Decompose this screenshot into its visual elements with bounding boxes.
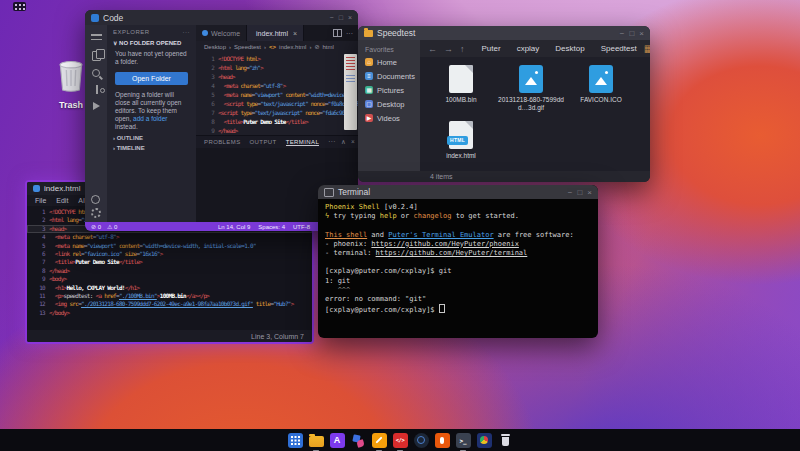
dock-icon-trash[interactable] bbox=[497, 432, 513, 448]
panel-tab-problems[interactable]: PROBLEMS bbox=[204, 139, 241, 146]
dock-icon-recorder[interactable] bbox=[434, 432, 450, 448]
search-icon[interactable] bbox=[92, 69, 100, 77]
file-item[interactable]: 100MB.bin bbox=[428, 63, 494, 119]
minimize-button[interactable]: − bbox=[620, 29, 625, 38]
account-icon[interactable] bbox=[91, 195, 100, 204]
terminal-line bbox=[325, 221, 591, 230]
sidebar-item-home[interactable]: ⌂Home bbox=[358, 55, 420, 69]
terminal-output[interactable]: Phoenix Shell [v0.2.4]ϟ try typing help … bbox=[318, 199, 598, 338]
warning-count[interactable]: ⚠ 0 bbox=[107, 223, 117, 230]
path-item[interactable]: Desktop bbox=[555, 44, 584, 53]
files-toolbar: ← → ↑ PutercxplayDesktopSpeedtest ▦ bbox=[420, 40, 650, 57]
close-button[interactable]: × bbox=[587, 188, 592, 197]
file-icon: HTML bbox=[449, 121, 473, 149]
menu-icon[interactable] bbox=[91, 34, 102, 43]
terminal-window[interactable]: Terminal − □ × Phoenix Shell [v0.2.4]ϟ t… bbox=[318, 185, 598, 338]
up-icon[interactable]: ↑ bbox=[460, 44, 465, 54]
explorer-section-header[interactable]: ∨ NO FOLDER OPENED bbox=[107, 37, 196, 48]
dock-icon-dev-center[interactable] bbox=[350, 432, 366, 448]
minimap[interactable] bbox=[344, 54, 357, 130]
file-type-icon: <> bbox=[269, 44, 276, 50]
path-breadcrumb: PutercxplayDesktopSpeedtest bbox=[482, 44, 637, 53]
source-control-icon[interactable] bbox=[96, 85, 98, 94]
panel-close-icon[interactable]: × bbox=[351, 138, 355, 146]
maximize-button[interactable]: □ bbox=[629, 29, 634, 38]
speedtest-icon bbox=[477, 433, 492, 448]
vscode-code-area[interactable]: 1<!DOCTYPE html>2<html lang="zh">3<head>… bbox=[196, 52, 358, 135]
dock-icon-code[interactable]: </> bbox=[392, 432, 408, 448]
menu-item-file[interactable]: File bbox=[35, 197, 46, 204]
explorer-icon[interactable] bbox=[92, 51, 101, 61]
breadcrumb-item[interactable]: index.html bbox=[279, 44, 306, 50]
code-line: 8</head> bbox=[27, 267, 312, 275]
terminal-titlebar[interactable]: Terminal − □ × bbox=[318, 185, 598, 199]
chevron-down-icon: ∨ bbox=[113, 40, 117, 46]
split-editor-icon[interactable] bbox=[333, 29, 342, 37]
outline-section[interactable]: › OUTLINE bbox=[107, 133, 196, 143]
terminal-line bbox=[325, 258, 591, 267]
close-button[interactable]: × bbox=[639, 29, 644, 38]
status-item[interactable]: UTF-8 bbox=[293, 224, 310, 230]
dock-icon-app-center[interactable]: A bbox=[329, 432, 345, 448]
breadcrumb-item[interactable]: html bbox=[322, 44, 333, 50]
dock-icon-camera[interactable] bbox=[413, 432, 429, 448]
files-titlebar[interactable]: Speedtest − □ × bbox=[358, 26, 650, 40]
more-actions-icon[interactable]: ··· bbox=[183, 29, 191, 35]
dock-icon-app-launcher[interactable] bbox=[287, 432, 303, 448]
timeline-section[interactable]: › TIMELINE bbox=[107, 143, 196, 153]
code-line: 7 <title>Puter Demo Site</title> bbox=[27, 258, 312, 266]
close-button[interactable]: × bbox=[348, 14, 352, 21]
code-line: 3<head> bbox=[196, 72, 358, 81]
status-item[interactable]: Ln 14, Col 9 bbox=[218, 224, 250, 230]
open-folder-button[interactable]: Open Folder bbox=[115, 72, 188, 85]
file-item[interactable]: 20131218-680-7599ddd…3d.gif bbox=[498, 63, 564, 119]
sidebar-item-pictures[interactable]: ▦Pictures bbox=[358, 83, 420, 97]
file-manager-window[interactable]: Speedtest − □ × Favorites ⌂Home≡Document… bbox=[358, 26, 650, 182]
breadcrumb-item[interactable]: Desktop bbox=[204, 44, 226, 50]
vscode-titlebar[interactable]: Code − □ × bbox=[85, 10, 358, 25]
panel-tab-output[interactable]: OUTPUT bbox=[250, 139, 277, 146]
documents-icon: ≡ bbox=[365, 72, 373, 80]
files-statusbar: 4 items bbox=[358, 171, 650, 182]
path-item[interactable]: cxplay bbox=[517, 44, 540, 53]
grid-view-icon[interactable]: ▦ bbox=[644, 43, 650, 54]
add-folder-link[interactable]: add a folder bbox=[133, 115, 167, 122]
menu-item-ai[interactable]: AI bbox=[78, 197, 85, 204]
more-actions-icon[interactable]: ··· bbox=[346, 30, 353, 37]
chevron-right-icon: › bbox=[113, 135, 115, 141]
tab-close-icon[interactable]: × bbox=[293, 30, 297, 37]
dock-icon-terminal[interactable]: >_ bbox=[455, 432, 471, 448]
terminal-cursor bbox=[439, 304, 445, 313]
dock-icon-files[interactable] bbox=[308, 432, 324, 448]
sidebar-item-desktop[interactable]: ▢Desktop bbox=[358, 97, 420, 111]
maximize-button[interactable]: □ bbox=[339, 14, 343, 21]
run-debug-icon[interactable] bbox=[93, 102, 100, 110]
tab-welcome[interactable]: Welcome bbox=[196, 25, 247, 41]
file-item[interactable]: HTMLindex.html bbox=[428, 119, 494, 175]
code-line: 12 <img src="./20131218-680-7599ddd7-620… bbox=[27, 300, 312, 308]
panel-maximize-icon[interactable]: ∧ bbox=[341, 138, 346, 146]
maximize-button[interactable]: □ bbox=[577, 188, 582, 197]
files-grid[interactable]: 100MB.bin20131218-680-7599ddd…3d.gifFAVI… bbox=[420, 57, 650, 175]
panel-tab-terminal[interactable]: TERMINAL bbox=[286, 139, 320, 146]
breadcrumb-item[interactable]: Speedtest bbox=[234, 44, 261, 50]
tab-index.html[interactable]: index.html× bbox=[247, 25, 304, 41]
more-actions-icon[interactable]: ··· bbox=[328, 138, 336, 146]
dock-icon-speedtest[interactable] bbox=[476, 432, 492, 448]
minimize-button[interactable]: − bbox=[568, 188, 573, 197]
menu-item-edit[interactable]: Edit bbox=[56, 197, 68, 204]
sidebar-item-videos[interactable]: ▶Videos bbox=[358, 111, 420, 125]
status-item[interactable]: Spaces: 4 bbox=[258, 224, 285, 230]
back-icon[interactable]: ← bbox=[428, 44, 437, 54]
file-item[interactable]: FAVICON.ICO bbox=[568, 63, 634, 119]
error-count[interactable]: ⊘ 0 bbox=[91, 223, 101, 230]
forward-icon[interactable]: → bbox=[444, 44, 453, 54]
path-item[interactable]: Speedtest bbox=[601, 44, 637, 53]
sidebar-item-documents[interactable]: ≡Documents bbox=[358, 69, 420, 83]
terminal-line: [cxplay@puter.com/cxplay]$ bbox=[325, 304, 591, 315]
path-item[interactable]: Puter bbox=[482, 44, 501, 53]
dock-icon-editor[interactable] bbox=[371, 432, 387, 448]
minimize-button[interactable]: − bbox=[330, 14, 334, 21]
desktop-menu-icon[interactable] bbox=[13, 2, 26, 11]
settings-gear-icon[interactable] bbox=[91, 208, 101, 218]
